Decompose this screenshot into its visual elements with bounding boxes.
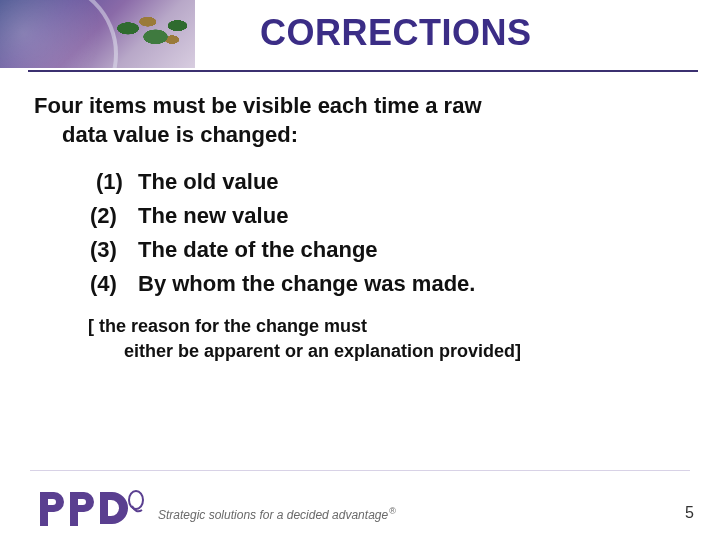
footnote-line-1: [ the reason for the change must — [88, 316, 367, 336]
list-item: (3) The date of the change — [90, 233, 690, 267]
lead-paragraph: Four items must be visible each time a r… — [30, 92, 690, 149]
list-item-text: The date of the change — [138, 233, 378, 267]
tagline-text: Strategic solutions for a decided advant… — [158, 508, 388, 522]
numbered-list: (1) The old value (2) The new value (3) … — [30, 165, 690, 301]
list-item-number: (3) — [90, 233, 138, 267]
slide-title: CORRECTIONS — [260, 12, 532, 54]
list-item-number: (2) — [90, 199, 138, 233]
footnote: [ the reason for the change must either … — [30, 314, 690, 364]
logo-tagline: Strategic solutions for a decided advant… — [158, 506, 396, 528]
svg-point-0 — [129, 491, 143, 509]
company-logo: Strategic solutions for a decided advant… — [36, 490, 396, 528]
list-item-text: The new value — [138, 199, 288, 233]
registered-mark: ® — [388, 506, 396, 516]
header-decorative-image — [0, 0, 195, 68]
footer: Strategic solutions for a decided advant… — [0, 470, 720, 540]
list-item: (4) By whom the change was made. — [90, 267, 690, 301]
page-number: 5 — [685, 504, 694, 522]
list-item-text: The old value — [138, 165, 279, 199]
list-item: (1) The old value — [90, 165, 690, 199]
header: CORRECTIONS — [0, 0, 720, 72]
lead-line-2: data value is changed: — [34, 121, 690, 150]
title-underline — [28, 70, 698, 72]
list-item: (2) The new value — [90, 199, 690, 233]
lead-line-1: Four items must be visible each time a r… — [34, 93, 482, 118]
list-item-text: By whom the change was made. — [138, 267, 475, 301]
slide-body: Four items must be visible each time a r… — [0, 92, 720, 364]
slide: CORRECTIONS Four items must be visible e… — [0, 0, 720, 540]
list-item-number: (4) — [90, 267, 138, 301]
ppd-logo-icon — [36, 490, 146, 528]
footnote-line-2: either be apparent or an explanation pro… — [88, 339, 690, 364]
footer-rule — [30, 470, 690, 471]
list-item-number: (1) — [90, 165, 138, 199]
